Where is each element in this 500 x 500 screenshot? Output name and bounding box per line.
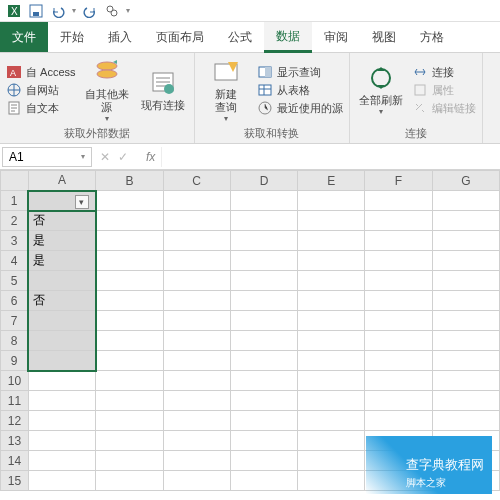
- row-header-10[interactable]: 10: [1, 371, 29, 391]
- cell-D5[interactable]: [230, 271, 297, 291]
- tab-review[interactable]: 审阅: [312, 22, 360, 52]
- cell-F2[interactable]: [365, 211, 432, 231]
- cell-G10[interactable]: [432, 371, 499, 391]
- tab-data[interactable]: 数据: [264, 22, 312, 53]
- cell-A10[interactable]: [28, 371, 95, 391]
- new-query-button[interactable]: 新建 查询 ▾: [201, 56, 251, 124]
- cell-A13[interactable]: [28, 431, 95, 451]
- col-header-E[interactable]: E: [298, 171, 365, 191]
- name-box[interactable]: A1▾: [2, 147, 92, 167]
- row-header-1[interactable]: 1: [1, 191, 29, 211]
- row-header-9[interactable]: 9: [1, 351, 29, 371]
- row-header-2[interactable]: 2: [1, 211, 29, 231]
- cell-E13[interactable]: [298, 431, 365, 451]
- cell-G2[interactable]: [432, 211, 499, 231]
- cell-G1[interactable]: [432, 191, 499, 211]
- cell-A4[interactable]: 是: [28, 251, 95, 271]
- cell-D3[interactable]: [230, 231, 297, 251]
- cell-B14[interactable]: [96, 451, 163, 471]
- cell-C14[interactable]: [163, 451, 230, 471]
- cell-F1[interactable]: [365, 191, 432, 211]
- cell-A12[interactable]: [28, 411, 95, 431]
- cell-G11[interactable]: [432, 391, 499, 411]
- undo-dropdown-icon[interactable]: ▾: [72, 6, 76, 15]
- row-header-3[interactable]: 3: [1, 231, 29, 251]
- cell-E7[interactable]: [298, 311, 365, 331]
- cell-B6[interactable]: [96, 291, 163, 311]
- cell-C6[interactable]: [163, 291, 230, 311]
- tab-fangge[interactable]: 方格: [408, 22, 456, 52]
- cell-D13[interactable]: [230, 431, 297, 451]
- tab-home[interactable]: 开始: [48, 22, 96, 52]
- cell-E15[interactable]: [298, 471, 365, 491]
- cell-E6[interactable]: [298, 291, 365, 311]
- cell-D1[interactable]: [230, 191, 297, 211]
- col-header-B[interactable]: B: [96, 171, 163, 191]
- touch-mode-icon[interactable]: [104, 3, 120, 19]
- cell-F9[interactable]: [365, 351, 432, 371]
- cell-F3[interactable]: [365, 231, 432, 251]
- row-header-14[interactable]: 14: [1, 451, 29, 471]
- from-access-button[interactable]: A自 Access: [6, 64, 76, 80]
- cell-B13[interactable]: [96, 431, 163, 451]
- cell-E2[interactable]: [298, 211, 365, 231]
- row-header-11[interactable]: 11: [1, 391, 29, 411]
- cell-A11[interactable]: [28, 391, 95, 411]
- col-header-F[interactable]: F: [365, 171, 432, 191]
- cell-E1[interactable]: [298, 191, 365, 211]
- row-header-7[interactable]: 7: [1, 311, 29, 331]
- cell-A14[interactable]: [28, 451, 95, 471]
- row-header-6[interactable]: 6: [1, 291, 29, 311]
- col-header-C[interactable]: C: [163, 171, 230, 191]
- cell-B12[interactable]: [96, 411, 163, 431]
- edit-links-button[interactable]: 编辑链接: [412, 100, 476, 116]
- cell-B4[interactable]: [96, 251, 163, 271]
- cell-C4[interactable]: [163, 251, 230, 271]
- select-all-corner[interactable]: [1, 171, 29, 191]
- row-header-15[interactable]: 15: [1, 471, 29, 491]
- cell-C5[interactable]: [163, 271, 230, 291]
- recent-sources-button[interactable]: 最近使用的源: [257, 100, 343, 116]
- cell-D6[interactable]: [230, 291, 297, 311]
- cell-F5[interactable]: [365, 271, 432, 291]
- cell-D9[interactable]: [230, 351, 297, 371]
- cell-E11[interactable]: [298, 391, 365, 411]
- redo-icon[interactable]: [82, 3, 98, 19]
- cell-G5[interactable]: [432, 271, 499, 291]
- existing-connections-button[interactable]: 现有连接: [138, 56, 188, 124]
- show-queries-button[interactable]: 显示查询: [257, 64, 343, 80]
- row-header-5[interactable]: 5: [1, 271, 29, 291]
- cell-A1[interactable]: ▾: [28, 191, 95, 211]
- cell-C1[interactable]: [163, 191, 230, 211]
- cell-F6[interactable]: [365, 291, 432, 311]
- cell-F10[interactable]: [365, 371, 432, 391]
- cell-C8[interactable]: [163, 331, 230, 351]
- cell-C12[interactable]: [163, 411, 230, 431]
- cell-F7[interactable]: [365, 311, 432, 331]
- connections-button[interactable]: 连接: [412, 64, 476, 80]
- cell-G8[interactable]: [432, 331, 499, 351]
- cell-G6[interactable]: [432, 291, 499, 311]
- cell-B2[interactable]: [96, 211, 163, 231]
- col-header-A[interactable]: A: [28, 171, 95, 191]
- cell-A2[interactable]: 否: [28, 211, 95, 231]
- row-header-8[interactable]: 8: [1, 331, 29, 351]
- cell-G7[interactable]: [432, 311, 499, 331]
- cell-D12[interactable]: [230, 411, 297, 431]
- save-icon[interactable]: [28, 3, 44, 19]
- cell-F11[interactable]: [365, 391, 432, 411]
- cell-A9[interactable]: [28, 351, 95, 371]
- cell-E12[interactable]: [298, 411, 365, 431]
- cell-E8[interactable]: [298, 331, 365, 351]
- chevron-down-icon[interactable]: ▾: [81, 152, 85, 161]
- cell-D8[interactable]: [230, 331, 297, 351]
- cell-B15[interactable]: [96, 471, 163, 491]
- cell-C15[interactable]: [163, 471, 230, 491]
- cell-D15[interactable]: [230, 471, 297, 491]
- undo-icon[interactable]: [50, 3, 66, 19]
- cell-C9[interactable]: [163, 351, 230, 371]
- fx-icon[interactable]: fx: [146, 150, 155, 164]
- cell-G9[interactable]: [432, 351, 499, 371]
- cell-D14[interactable]: [230, 451, 297, 471]
- row-header-4[interactable]: 4: [1, 251, 29, 271]
